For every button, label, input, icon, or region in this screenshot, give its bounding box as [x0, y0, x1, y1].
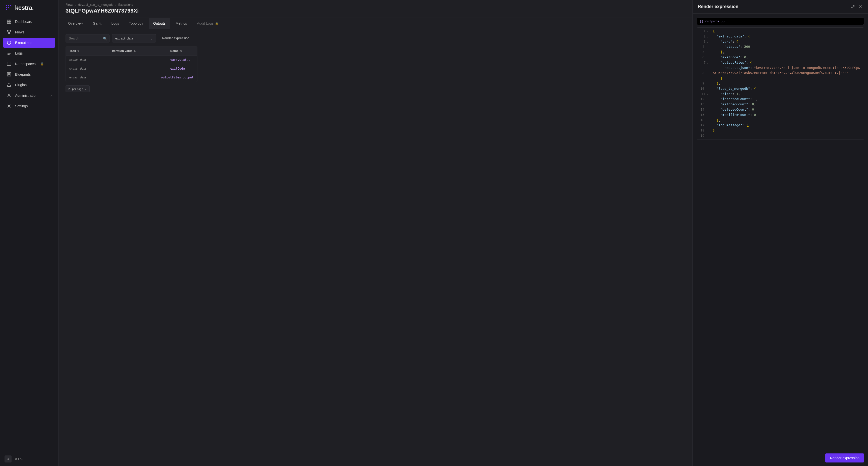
breadcrumb-link[interactable]: Flows [66, 3, 73, 6]
executions-icon [6, 40, 11, 45]
expression-input[interactable] [697, 18, 864, 25]
cell-iteration [108, 64, 167, 73]
table-row[interactable]: extract_datavars.status [66, 56, 197, 64]
chevron-left-icon: « [7, 457, 9, 461]
tab-logs[interactable]: Logs [107, 18, 124, 29]
gutter-line: 18 [701, 128, 708, 133]
fold-icon[interactable]: ⌄ [707, 29, 708, 33]
gutter-line: 3⌄ [701, 39, 708, 45]
svg-rect-1 [8, 5, 9, 6]
sidebar-item-label: Dashboard [15, 20, 32, 24]
svg-rect-8 [7, 22, 9, 23]
code-line: "size": 1, [713, 91, 861, 97]
tab-audit-logs[interactable]: Audit Logs🔒 [192, 18, 223, 29]
code-line: "extract_data": { [713, 34, 861, 39]
close-icon [859, 5, 863, 9]
code-line: "log_message": {} [713, 123, 861, 128]
gutter-line: 10 [701, 86, 708, 91]
sidebar-item-executions[interactable]: Executions [3, 38, 55, 48]
cell-task: extract_data [66, 73, 105, 82]
settings-icon [6, 104, 11, 109]
table-row[interactable]: extract_dataexitCode [66, 64, 197, 73]
sidebar-item-flows[interactable]: Flows [3, 27, 55, 37]
fold-icon[interactable]: ⌄ [707, 92, 708, 96]
sidebar-item-settings[interactable]: Settings [3, 101, 55, 111]
gutter-line: 12 [701, 96, 708, 102]
code-line: "deletedCount": 0, [713, 107, 861, 112]
sidebar-item-dashboard[interactable]: Dashboard [3, 17, 55, 27]
page-size-selector[interactable]: 25 per page ⌄ [66, 85, 90, 92]
sidebar-item-label: Namespaces [15, 62, 36, 66]
administration-icon [6, 93, 11, 98]
logs-icon [6, 51, 11, 56]
sidebar-item-label: Settings [15, 104, 28, 108]
tab-topology[interactable]: Topology [125, 18, 148, 29]
logo-text: kestra. [15, 4, 34, 11]
cell-iteration [105, 73, 157, 82]
tab-metrics[interactable]: Metrics [171, 18, 191, 29]
code-line: "vars": { [713, 39, 861, 45]
sidebar-footer: « 0.17.0 [0, 452, 58, 466]
cell-task: extract_data [66, 64, 108, 73]
code-line: }, [713, 50, 861, 55]
code-output[interactable]: 1⌄2⌄3⌄4567⌄891011⌄1213141516171819 { "ex… [697, 27, 864, 140]
svg-rect-3 [6, 7, 7, 8]
expand-button[interactable] [850, 4, 856, 9]
chevron-down-icon: ⌄ [85, 87, 87, 90]
render-expression-link[interactable]: Render expression [158, 34, 193, 42]
gutter-line: 9 [701, 81, 708, 86]
expand-icon [851, 5, 855, 9]
tab-overview[interactable]: Overview [64, 18, 87, 29]
collapse-sidebar-button[interactable]: « [4, 456, 11, 463]
gutter-line: 1⌄ [701, 29, 708, 34]
gutter-line: 6 [701, 55, 708, 60]
version-label: 0.17.0 [15, 457, 23, 461]
sort-icon: ⇅ [134, 50, 136, 52]
svg-point-17 [8, 105, 10, 107]
search-box: 🔍 [66, 34, 110, 42]
table-row[interactable]: extract_dataoutputFiles.output [66, 73, 197, 82]
code-line: "load_to_mongodb": { [713, 86, 861, 91]
panel-header: Render expression [693, 0, 868, 13]
logo[interactable]: kestra. [0, 0, 58, 17]
code-line: } [713, 128, 861, 133]
column-task[interactable]: Task⇅ [66, 47, 108, 55]
sidebar-item-blueprints[interactable]: Blueprints [3, 69, 55, 80]
breadcrumb-link[interactable]: dev.api_json_to_mongodb [79, 3, 114, 6]
gutter-line: 17 [701, 123, 708, 128]
tab-gantt[interactable]: Gantt [88, 18, 106, 29]
task-filter-dropdown[interactable]: extract_data ⌄ [112, 34, 156, 42]
fold-icon[interactable]: ⌄ [707, 40, 708, 43]
fold-icon[interactable]: ⌄ [707, 35, 708, 38]
svg-rect-4 [8, 7, 9, 8]
svg-point-16 [8, 94, 10, 95]
svg-rect-2 [10, 5, 11, 6]
render-expression-button[interactable]: Render expression [825, 454, 864, 463]
close-panel-button[interactable] [858, 4, 863, 9]
search-icon: 🔍 [103, 36, 107, 40]
code-line: "modifiedCount": 0 [713, 112, 861, 118]
sidebar-item-administration[interactable]: Administration› [3, 90, 55, 100]
code-line: "exitCode": 0, [713, 55, 861, 60]
plugins-icon [6, 82, 11, 87]
svg-rect-7 [9, 20, 11, 21]
code-line: "outputFiles": { [713, 60, 861, 65]
sidebar-nav: DashboardFlowsExecutionsLogsNamespaces🔒B… [0, 17, 58, 452]
gutter-line: 19 [701, 133, 708, 139]
column-iteration[interactable]: Iteration value⇅ [108, 47, 167, 55]
sidebar-item-plugins[interactable]: Plugins [3, 80, 55, 90]
code-line: }, [713, 81, 861, 86]
breadcrumb-link[interactable]: Executions [118, 3, 133, 6]
code-line: "status": 200 [713, 44, 861, 50]
sidebar-item-label: Logs [15, 51, 23, 55]
fold-icon[interactable]: ⌄ [707, 61, 708, 64]
sidebar-item-label: Flows [15, 30, 24, 34]
svg-rect-14 [7, 62, 11, 66]
dropdown-value: extract_data [115, 36, 133, 40]
tab-outputs[interactable]: Outputs [149, 18, 170, 29]
svg-point-12 [8, 33, 9, 34]
sidebar-item-logs[interactable]: Logs [3, 48, 55, 58]
column-name[interactable]: Name⇅ [167, 47, 197, 55]
sidebar-item-namespaces[interactable]: Namespaces🔒 [3, 59, 55, 69]
code-line: "insertedCount": 1, [713, 96, 861, 102]
